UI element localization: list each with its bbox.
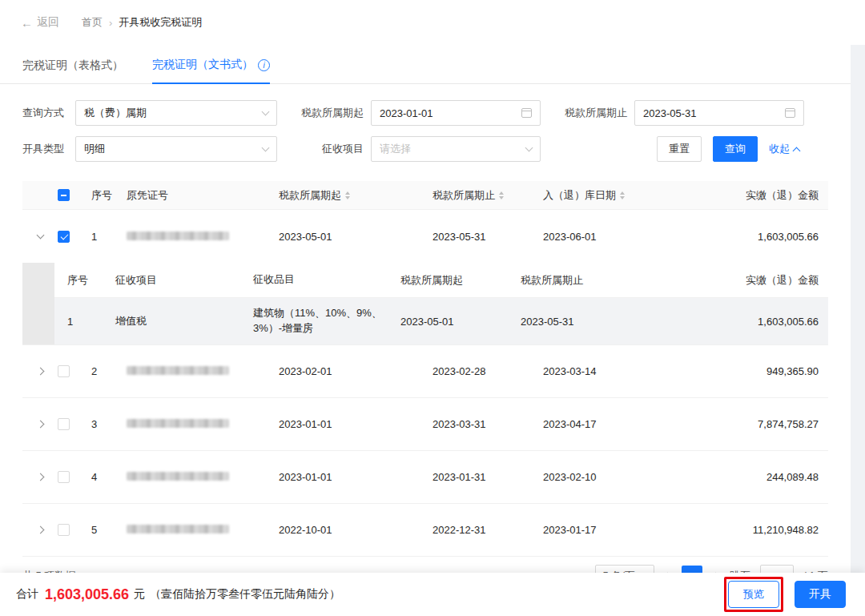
tab-label: 完税证明（表格式） xyxy=(22,58,123,73)
row-period-start: 2022-10-01 xyxy=(272,524,426,536)
filter-panel: 查询方式 税（费）属期 税款所属期起 2023-01-01 税款所属期止 202… xyxy=(0,84,851,162)
expand-chevron-icon[interactable] xyxy=(36,526,44,534)
preview-button[interactable]: 预览 xyxy=(728,581,779,608)
breadcrumb-separator-icon: › xyxy=(109,17,112,29)
chevron-down-icon xyxy=(262,108,270,116)
expand-chevron-icon[interactable] xyxy=(36,368,44,376)
row-period-start: 2023-01-01 xyxy=(272,418,426,430)
total-amount: 1,603,005.66 xyxy=(45,586,129,603)
main-card: 完税证明（表格式） 完税证明（文书式） i 查询方式 税（费）属期 税款所属期起… xyxy=(0,45,851,616)
table-row[interactable]: 4 2023-01-01 2023-01-31 2023-02-10 244,0… xyxy=(22,451,828,504)
calendar-icon xyxy=(785,108,795,118)
expand-chevron-icon[interactable] xyxy=(36,421,44,429)
row-period-end: 2023-03-31 xyxy=(426,418,537,430)
row-checkbox[interactable] xyxy=(58,231,70,243)
detail-item: 增值税 xyxy=(109,314,253,328)
row-period-end: 2023-02-28 xyxy=(426,365,537,377)
period-start-datepicker[interactable]: 2023-01-01 xyxy=(371,100,541,126)
row-amount: 244,089.48 xyxy=(697,471,828,483)
header-period-start[interactable]: 税款所属期起 xyxy=(272,188,426,203)
table-row[interactable]: 3 2023-01-01 2023-03-31 2023-04-17 7,874… xyxy=(22,398,828,451)
detail-header-no: 序号 xyxy=(54,273,109,288)
period-start-value: 2023-01-01 xyxy=(380,107,433,119)
query-method-label: 查询方式 xyxy=(22,106,75,120)
results-table: 序号 原凭证号 税款所属期起 税款所属期止 入（退）库日期 实缴（退）金额 xyxy=(22,181,828,557)
collection-item-placeholder: 请选择 xyxy=(380,142,411,156)
filter-row-2: 开具类型 明细 征收项目 请选择 重置 查询 收起 xyxy=(22,136,828,162)
total-unit: 元 xyxy=(134,587,145,602)
sort-icon[interactable] xyxy=(499,191,504,199)
collection-item-select[interactable]: 请选择 xyxy=(371,136,541,162)
detail-no: 1 xyxy=(54,316,109,328)
table-row[interactable]: 5 2022-10-01 2022-12-31 2023-01-17 11,21… xyxy=(22,504,828,557)
query-method-select[interactable]: 税（费）属期 xyxy=(75,100,277,126)
info-icon[interactable]: i xyxy=(258,59,270,71)
collapse-link[interactable]: 收起 xyxy=(769,142,799,156)
row-storage-date: 2023-01-17 xyxy=(537,524,697,536)
total-amount-chinese: （壹佰陆拾万零叁仟零伍元陆角陆分） xyxy=(150,587,340,602)
detail-header-period-start: 税款所属期起 xyxy=(394,273,514,288)
row-no: 2 xyxy=(85,365,120,377)
row-storage-date: 2023-04-17 xyxy=(537,418,697,430)
bottom-buttons: 预览 开具 xyxy=(724,577,849,612)
screen: ← 返回 首页 › 开具税收完税证明 完税证明（表格式） 完税证明（文书式） i… xyxy=(0,0,865,616)
header-amount: 实缴（退）金额 xyxy=(697,188,828,203)
top-bar: ← 返回 首页 › 开具税收完税证明 xyxy=(0,0,865,45)
row-amount: 949,365.90 xyxy=(697,365,828,377)
row-checkbox[interactable] xyxy=(58,471,70,483)
detail-header-subitem: 征收品目 xyxy=(253,272,394,288)
annotation-highlight-box: 预览 xyxy=(724,577,783,612)
row-amount: 11,210,948.82 xyxy=(697,524,828,536)
voucher-number-redacted xyxy=(127,472,229,481)
detail-header-period-end: 税款所属期止 xyxy=(514,273,674,288)
row-checkbox[interactable] xyxy=(58,524,70,536)
row-period-start: 2023-02-01 xyxy=(272,365,426,377)
tab-certificate-table-format[interactable]: 完税证明（表格式） xyxy=(22,58,123,83)
row-checkbox[interactable] xyxy=(58,418,70,430)
voucher-number-redacted xyxy=(127,232,229,240)
period-end-datepicker[interactable]: 2023-05-31 xyxy=(634,100,804,126)
issue-button[interactable]: 开具 xyxy=(795,581,846,608)
chevron-down-icon xyxy=(262,144,270,152)
expanded-detail-section: 序号 征收项目 征收品目 税款所属期起 税款所属期止 实缴（退）金额 1 增值税… xyxy=(22,263,828,345)
row-amount: 7,874,758.27 xyxy=(697,418,828,430)
calendar-icon xyxy=(521,108,532,118)
row-no: 5 xyxy=(85,524,120,536)
tab-certificate-document-format[interactable]: 完税证明（文书式） i xyxy=(152,58,270,84)
chevron-down-icon xyxy=(525,144,533,152)
detail-period-start: 2023-05-01 xyxy=(394,316,514,328)
issue-type-select[interactable]: 明细 xyxy=(75,136,277,162)
detail-amount: 1,603,005.66 xyxy=(674,316,828,328)
reset-button[interactable]: 重置 xyxy=(657,136,702,162)
filter-row-1: 查询方式 税（费）属期 税款所属期起 2023-01-01 税款所属期止 202… xyxy=(22,100,828,126)
detail-left-strip xyxy=(22,263,54,344)
total-label: 合计 xyxy=(16,587,38,602)
issue-type-value: 明细 xyxy=(84,142,105,156)
collapse-chevron-icon[interactable] xyxy=(36,232,44,240)
table-row[interactable]: 1 2023-05-01 2023-05-31 2023-06-01 1,603… xyxy=(22,210,828,263)
row-no: 3 xyxy=(85,418,120,430)
back-button[interactable]: ← 返回 xyxy=(21,15,59,30)
tab-label: 完税证明（文书式） xyxy=(152,58,253,72)
voucher-number-redacted xyxy=(127,366,229,375)
select-all-checkbox[interactable] xyxy=(58,189,70,201)
collapse-label: 收起 xyxy=(769,142,790,156)
voucher-number-redacted xyxy=(127,419,229,428)
detail-period-end: 2023-05-31 xyxy=(514,316,674,328)
expand-chevron-icon[interactable] xyxy=(36,473,44,481)
back-arrow-icon: ← xyxy=(21,16,33,30)
detail-table: 序号 征收项目 征收品目 税款所属期起 税款所属期止 实缴（退）金额 1 增值税… xyxy=(54,263,828,344)
header-no: 序号 xyxy=(85,188,120,203)
query-button[interactable]: 查询 xyxy=(713,136,758,162)
header-voucher: 原凭证号 xyxy=(120,188,272,203)
sort-icon[interactable] xyxy=(620,191,625,199)
header-storage-date[interactable]: 入（退）库日期 xyxy=(537,188,697,203)
header-period-end[interactable]: 税款所属期止 xyxy=(426,188,537,203)
sort-icon[interactable] xyxy=(345,191,350,199)
breadcrumb-home[interactable]: 首页 xyxy=(82,15,103,30)
header-label: 入（退）库日期 xyxy=(543,188,616,203)
collection-item-label: 征收项目 xyxy=(277,142,371,156)
row-checkbox[interactable] xyxy=(58,365,70,377)
breadcrumb-current: 开具税收完税证明 xyxy=(119,15,202,30)
table-row[interactable]: 2 2023-02-01 2023-02-28 2023-03-14 949,3… xyxy=(22,345,828,398)
